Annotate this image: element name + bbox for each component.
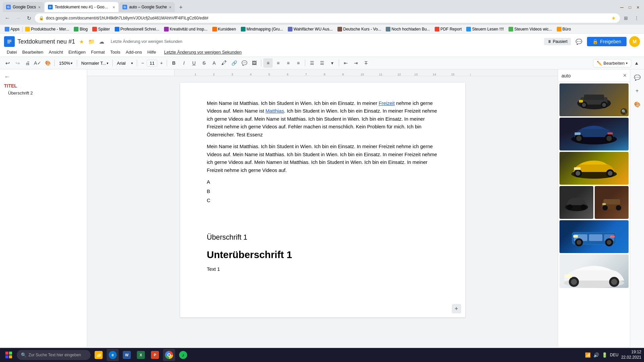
print-button[interactable]: 🖨 — [23, 58, 32, 68]
redo-button[interactable]: ↪ — [13, 58, 22, 68]
settings-icon[interactable]: ⋮ — [632, 13, 641, 23]
image-panel-close-button[interactable]: × — [623, 72, 627, 79]
menu-bearbeiten[interactable]: Bearbeiten — [19, 48, 46, 56]
align-justify-button[interactable]: ≡ — [293, 58, 303, 68]
pause-button[interactable]: ⏸ Pausiert — [544, 38, 571, 45]
font-size-decrease[interactable]: − — [139, 59, 146, 67]
bookmark-kursideen[interactable]: Kursideen — [210, 26, 238, 32]
taskbar-app-spotify[interactable]: ♪ — [177, 349, 189, 361]
underline-button[interactable]: U — [189, 58, 199, 68]
address-input[interactable]: 🔒 docs.google.com/document/d/1hUH8k6h7Lb… — [35, 13, 620, 23]
collapse-toolbar-button[interactable]: ▲ — [632, 58, 641, 68]
taskbar-app-edge[interactable]: e — [107, 349, 119, 361]
nav-back-button[interactable]: ← — [3, 13, 12, 23]
paint-format-button[interactable]: 🎨 — [43, 58, 52, 68]
taskbar-app-excel[interactable]: X — [135, 349, 147, 361]
bookmark-apps[interactable]: Apps — [3, 26, 21, 32]
palette-side-icon[interactable]: 🎨 — [632, 99, 643, 110]
new-tab-button[interactable]: + — [176, 3, 185, 12]
nav-refresh-button[interactable]: ↻ — [24, 13, 34, 23]
sidebar-back-button[interactable]: ← — [4, 73, 83, 80]
bookmark-professionell[interactable]: Professionell Schrei... — [113, 26, 161, 32]
taskbar-app-powerpoint[interactable]: P — [149, 349, 161, 361]
bookmark-deutschekurs[interactable]: Deutsche Kurs - Vo... — [335, 26, 383, 32]
bookmark-pdf[interactable]: PDF Report — [433, 26, 464, 32]
spellcheck-button[interactable]: A✓ — [33, 58, 42, 68]
comment-icon[interactable]: 💬 — [574, 36, 584, 47]
image-item-2[interactable] — [559, 118, 629, 150]
menu-addons[interactable]: Add-ons — [123, 48, 145, 56]
bold-button[interactable]: B — [169, 58, 178, 68]
image-results[interactable]: 🔍 — [558, 82, 630, 347]
bookmark-steuern1[interactable]: Steuern Lesen !!!! — [464, 26, 506, 32]
image-item-4a[interactable] — [559, 186, 593, 219]
menu-einfuegen[interactable]: Einfügen — [66, 48, 88, 56]
comment-toolbar-button[interactable]: 💬 — [239, 58, 249, 68]
bookmark-kreativitaet[interactable]: Kreativität und Insp... — [162, 26, 210, 32]
italic-button[interactable]: I — [179, 58, 189, 68]
align-left-button[interactable]: ≡ — [263, 58, 273, 68]
strikethrough-button[interactable]: S — [199, 58, 209, 68]
close-window-button[interactable]: × — [635, 4, 641, 11]
sidebar-title-item[interactable]: TITEL — [4, 83, 83, 88]
highlight-button[interactable]: 🖍 — [219, 58, 229, 68]
freizeit-link[interactable]: Freizeit — [379, 101, 395, 106]
bookmark-blog[interactable]: Blog — [72, 26, 90, 32]
link-button[interactable]: 🔗 — [229, 58, 239, 68]
tab-close-2[interactable]: × — [112, 5, 115, 10]
paragraph-style-dropdown[interactable]: Normaler T... ▾ — [79, 60, 110, 66]
font-size-input[interactable]: 11 — [147, 60, 157, 67]
volume-icon[interactable]: 🔊 — [593, 352, 599, 358]
document-scroll-area[interactable]: Mein Name ist Matthias. Ich bin Student … — [87, 76, 558, 347]
scroll-add-button[interactable]: + — [452, 304, 461, 313]
taskbar-app-word[interactable]: W — [121, 349, 133, 361]
battery-icon[interactable]: 🔋 — [602, 352, 607, 358]
decrease-indent-button[interactable]: ⇤ — [341, 58, 351, 68]
bookmark-spaeter[interactable]: Später — [90, 26, 112, 32]
nav-forward-button[interactable]: → — [13, 13, 23, 23]
bulleted-list-button[interactable]: ☰ — [317, 58, 327, 68]
font-dropdown[interactable]: Arial ▾ — [115, 60, 135, 66]
taskbar-app-chrome[interactable] — [163, 349, 175, 361]
align-center-button[interactable]: ≡ — [273, 58, 283, 68]
image-item-5[interactable] — [559, 220, 629, 253]
bookmark-produktsuche[interactable]: Produktsuche - Mer... — [23, 26, 71, 32]
menu-ansicht[interactable]: Ansicht — [46, 48, 66, 56]
image-item-1[interactable]: 🔍 — [559, 83, 629, 116]
maximize-button[interactable]: □ — [627, 4, 633, 11]
menu-tools[interactable]: Tools — [107, 48, 123, 56]
clear-formatting-button[interactable]: T̶ — [361, 58, 371, 68]
search-box[interactable]: 🔍 Zur Suche Text hier eingeben — [17, 350, 91, 360]
explore-side-icon[interactable]: + — [632, 85, 643, 96]
zoom-dropdown[interactable]: 150% ▾ — [57, 60, 75, 67]
bookmark-star-icon[interactable]: ★ — [611, 15, 616, 21]
star-icon[interactable]: ★ — [78, 38, 85, 45]
bookmark-hochladen[interactable]: Noch hochladen Bu... — [384, 26, 432, 32]
clock[interactable]: 19:12 22.02.2021 — [621, 350, 641, 360]
more-list-button[interactable]: ▾ — [327, 58, 337, 68]
increase-indent-button[interactable]: ⇥ — [351, 58, 361, 68]
image-item-6[interactable] — [559, 254, 629, 288]
user-avatar[interactable]: M — [629, 36, 640, 47]
matthias-link[interactable]: Matthias — [265, 108, 284, 114]
image-insert-button[interactable]: 🖼 — [250, 58, 259, 68]
align-right-button[interactable]: ≡ — [283, 58, 293, 68]
sidebar-heading-item[interactable]: Überschrift 2 — [4, 90, 83, 96]
bookmark-mindmapping[interactable]: Mindmapping (Gru... — [239, 26, 285, 32]
start-button[interactable] — [3, 349, 15, 361]
tab-close-3[interactable]: × — [169, 5, 172, 10]
numbered-list-button[interactable]: ☰ — [307, 58, 317, 68]
undo-button[interactable]: ↩ — [3, 58, 12, 68]
text-color-button[interactable]: A — [209, 58, 219, 68]
image-item-3[interactable] — [559, 152, 629, 185]
last-change-link[interactable]: Letzte Änderung vor wenigen Sekunden — [161, 48, 244, 56]
tab-google-search[interactable]: G auto – Google Suche × — [119, 2, 175, 12]
share-button[interactable]: 🔒 Freigeben — [587, 37, 627, 46]
menu-datei[interactable]: Datei — [4, 48, 19, 56]
font-size-increase[interactable]: + — [158, 59, 165, 67]
comment-side-icon[interactable]: 💬 — [632, 72, 643, 83]
tab-close-1[interactable]: × — [38, 5, 41, 10]
menu-format[interactable]: Format — [88, 48, 107, 56]
lang-indicator[interactable]: DEU — [610, 353, 619, 357]
bookmark-buero[interactable]: Büro — [555, 26, 573, 32]
